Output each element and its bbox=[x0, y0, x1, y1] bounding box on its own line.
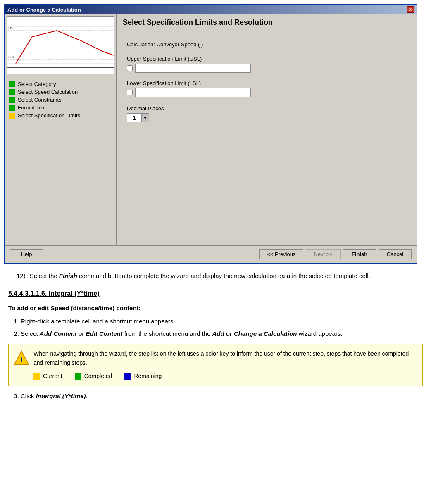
chart-area: USL LSL bbox=[7, 16, 114, 74]
step-item-5: Select Specification Limits bbox=[9, 112, 112, 119]
step-12-number: 12) bbox=[17, 272, 26, 279]
step2-edit: Edit Content bbox=[86, 330, 123, 337]
step-12-rest: command button to complete the wizard an… bbox=[77, 272, 370, 279]
step-label-3: Select Constraints bbox=[18, 97, 62, 103]
notice-text: When navigating through the wizard, the … bbox=[33, 350, 409, 366]
decimal-dropdown-btn[interactable]: ▼ bbox=[142, 113, 149, 122]
list-item-2: Select Add Content or Edit Content from … bbox=[21, 329, 423, 339]
right-panel: Select Specification Limits and Resoluti… bbox=[117, 14, 417, 245]
step-label-5: Select Specification Limits bbox=[18, 112, 80, 119]
completed-label: Completed bbox=[84, 371, 112, 380]
completed-square bbox=[75, 373, 81, 380]
steps-list: Select Category Select Speed Calculation… bbox=[5, 76, 116, 245]
dialog-footer: Help << Previous Next >> Finish Cancel bbox=[5, 245, 417, 263]
step-dot-3 bbox=[9, 97, 15, 103]
close-button[interactable]: X bbox=[407, 6, 414, 13]
step-label-4: Format Text bbox=[18, 105, 46, 111]
dialog-titlebar: Add or Change a Calculation X bbox=[5, 5, 417, 14]
previous-button[interactable]: << Previous bbox=[259, 249, 303, 259]
step2-post: wizard appears. bbox=[297, 330, 343, 337]
step-dot-5 bbox=[9, 113, 15, 119]
step2-pre: Select bbox=[21, 330, 40, 337]
lsl-input[interactable] bbox=[135, 88, 251, 97]
legend-current: Current bbox=[33, 371, 62, 380]
lsl-group: Lower Specification Limit (LSL) bbox=[127, 80, 406, 97]
left-panel: USL LSL Select Category bbox=[5, 14, 117, 245]
current-label: Current bbox=[43, 371, 62, 380]
step-label-1: Select Category bbox=[18, 81, 56, 87]
step-dot-2 bbox=[9, 89, 15, 95]
remaining-label: Remaining bbox=[134, 371, 162, 380]
dialog-body: USL LSL Select Category bbox=[5, 14, 417, 245]
svg-text:LSL: LSL bbox=[8, 55, 15, 59]
instructions-list-2: Click Intergral (Y*time). bbox=[21, 391, 423, 401]
step-item-3: Select Constraints bbox=[9, 97, 112, 103]
lsl-checkbox[interactable] bbox=[127, 90, 133, 95]
step2-add: Add Content bbox=[40, 330, 77, 337]
usl-label: Upper Specification Limit (USL) bbox=[127, 56, 406, 62]
usl-row bbox=[127, 64, 406, 73]
step-12: 12) Select the Finish command button to … bbox=[17, 271, 423, 281]
step1-text: Right-click a template cell and a shortc… bbox=[21, 318, 175, 325]
decimal-label: Decimal Places bbox=[127, 105, 406, 112]
list-item-1: Right-click a template cell and a shortc… bbox=[21, 316, 423, 326]
help-button[interactable]: Help bbox=[10, 249, 43, 259]
notice-box: i When navigating through the wizard, th… bbox=[8, 344, 423, 386]
cancel-button[interactable]: Cancel bbox=[379, 249, 412, 259]
step-12-text: Select the bbox=[30, 272, 59, 279]
svg-text:i: i bbox=[21, 355, 23, 363]
calc-label: Calculation: Conveyor Speed ( ) bbox=[127, 41, 406, 48]
step3-post: . bbox=[86, 392, 88, 399]
lsl-row bbox=[127, 88, 406, 97]
step-dot-1 bbox=[9, 81, 15, 87]
svg-text:USL: USL bbox=[8, 26, 15, 30]
step3-bold: Intergral (Y*time) bbox=[36, 392, 86, 399]
decimal-value[interactable]: 1 bbox=[127, 113, 142, 122]
page-content: 12) Select the Finish command button to … bbox=[0, 264, 431, 414]
form-content: Calculation: Conveyor Speed ( ) Upper Sp… bbox=[123, 33, 410, 241]
next-button[interactable]: Next >> bbox=[306, 249, 341, 259]
warning-icon: i bbox=[14, 350, 29, 366]
step3-pre: Click bbox=[21, 392, 36, 399]
section-heading: 5.4.4.3.1.1.6. Integral (Y*time) bbox=[8, 288, 423, 299]
button-group: << Previous Next >> Finish Cancel bbox=[259, 249, 412, 259]
step2-wizard: Add or Change a Calculation bbox=[212, 330, 297, 337]
decimal-select-row: 1 ▼ bbox=[127, 113, 406, 122]
dialog: Add or Change a Calculation X bbox=[4, 4, 417, 264]
dialog-wrapper: Add or Change a Calculation X bbox=[0, 0, 431, 264]
current-square bbox=[33, 373, 40, 380]
step-dot-4 bbox=[9, 105, 15, 111]
step-12-finish: Finish bbox=[59, 272, 77, 279]
step-item-1: Select Category bbox=[9, 81, 112, 87]
section-title: Select Specification Limits and Resoluti… bbox=[123, 18, 410, 27]
step-item-4: Format Text bbox=[9, 105, 112, 111]
lsl-label: Lower Specification Limit (LSL) bbox=[127, 80, 406, 86]
list-item-3: Click Intergral (Y*time). bbox=[21, 391, 423, 401]
dialog-title: Add or Change a Calculation bbox=[7, 7, 81, 13]
usl-checkbox[interactable] bbox=[127, 65, 133, 71]
step2-mid: from the shortcut menu and the bbox=[123, 330, 212, 337]
usl-input[interactable] bbox=[135, 64, 251, 73]
step-item-2: Select Speed Calculation bbox=[9, 89, 112, 95]
step-label-2: Select Speed Calculation bbox=[18, 89, 78, 95]
remaining-square bbox=[124, 373, 131, 380]
legend-completed: Completed bbox=[75, 371, 112, 380]
color-legend: Current Completed Remaining bbox=[33, 371, 416, 380]
usl-group: Upper Specification Limit (USL) bbox=[127, 56, 406, 73]
sub-heading: To add or edit Speed (distance/time) con… bbox=[8, 303, 423, 313]
legend-remaining: Remaining bbox=[124, 371, 162, 380]
decimal-group: Decimal Places 1 ▼ bbox=[127, 105, 406, 122]
instructions-list: Right-click a template cell and a shortc… bbox=[21, 316, 423, 339]
step2-or: or bbox=[77, 330, 86, 337]
finish-button[interactable]: Finish bbox=[343, 249, 376, 259]
